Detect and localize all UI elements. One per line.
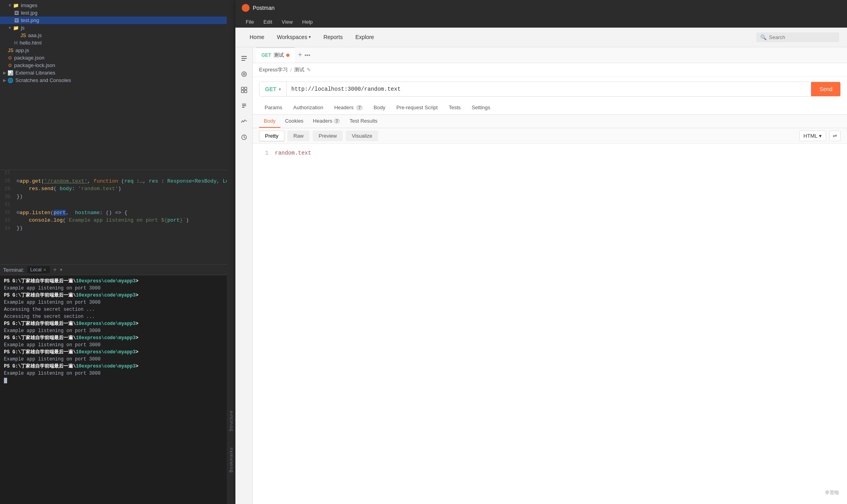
file-hello-html[interactable]: H hello.html <box>0 39 227 47</box>
format-pretty-button[interactable]: Pretty <box>259 131 284 141</box>
response-tabs: Body Cookies Headers 7 Test Results <box>253 115 847 128</box>
sidebar-icon-environments[interactable] <box>238 84 250 96</box>
side-labels: Structure Bookmarks <box>227 0 235 504</box>
language-label: HTML <box>804 133 817 139</box>
svg-point-0 <box>243 6 248 10</box>
breadcrumb-workspace: Express学习 <box>259 66 288 73</box>
res-tab-body[interactable]: Body <box>259 115 280 128</box>
req-tab-pre-request[interactable]: Pre-request Script <box>391 101 443 114</box>
format-preview-button[interactable]: Preview <box>313 131 343 141</box>
js-file-icon: JS <box>8 48 13 53</box>
postman-title: Postman <box>253 5 274 11</box>
res-tab-test-results[interactable]: Test Results <box>345 115 382 128</box>
svg-rect-1 <box>241 56 247 57</box>
file-package-json[interactable]: ⚙ package.json <box>0 54 227 62</box>
edit-icon[interactable]: ✎ <box>307 67 311 73</box>
svg-rect-8 <box>241 90 244 93</box>
req-tab-body[interactable]: Body <box>368 101 391 114</box>
format-visualize-button[interactable]: Visualize <box>346 131 378 141</box>
sidebar-icon-api[interactable] <box>238 68 250 80</box>
request-tabs: Params Authorization Headers 7 Body Pre-… <box>253 101 847 115</box>
terminal-add-button[interactable]: + <box>53 266 56 273</box>
menu-file[interactable]: File <box>242 17 258 26</box>
search-input[interactable] <box>769 34 835 40</box>
svg-rect-9 <box>244 90 247 93</box>
terminal-tab-local[interactable]: Local ✕ <box>27 266 50 273</box>
html-file-icon: H <box>14 40 18 46</box>
js-file-icon: JS <box>21 33 26 38</box>
req-tab-authorization[interactable]: Authorization <box>288 101 329 114</box>
postman-logo <box>242 4 250 12</box>
new-tab-button[interactable]: + <box>298 51 302 59</box>
folder-js[interactable]: ▼ 📁 js <box>0 24 227 32</box>
language-selector[interactable]: HTML ▾ <box>799 131 826 141</box>
send-button[interactable]: Send <box>811 82 840 96</box>
terminal-title: Terminal: <box>3 267 24 273</box>
postman-navbar: Home Workspaces ▾ Reports Explore 🔍 <box>235 28 847 47</box>
nav-reports[interactable]: Reports <box>317 28 349 47</box>
image-icon: 🖼 <box>14 10 19 16</box>
chevron-down-icon: ▾ <box>309 35 311 39</box>
file-test-png[interactable]: 🖼 test.png <box>0 17 227 24</box>
url-input[interactable] <box>287 82 812 96</box>
unsaved-dot <box>286 54 289 57</box>
chevron-down-icon: ▼ <box>8 26 12 30</box>
tab-actions: + ••• <box>298 51 310 59</box>
req-tab-tests[interactable]: Tests <box>443 101 466 114</box>
folder-images[interactable]: ▼ 📁 images <box>0 2 227 9</box>
menu-view[interactable]: View <box>278 17 297 26</box>
postman-main: GET 测试 + ••• Express学习 / 测试 ✎ GET <box>253 47 847 504</box>
res-tab-cookies[interactable]: Cookies <box>280 115 308 128</box>
folder-scratches[interactable]: ▶ 🌐 Scratches and Consoles <box>0 77 227 84</box>
file-test-jpg[interactable]: 🖼 test.jpg <box>0 9 227 17</box>
req-tab-settings[interactable]: Settings <box>466 101 496 114</box>
response-toolbar: Pretty Raw Preview Visualize HTML ▾ ⇌ <box>253 128 847 144</box>
folder-external-libraries[interactable]: ▶ 📊 External Libraries <box>0 69 227 77</box>
sidebar-icon-mock[interactable] <box>238 99 250 112</box>
format-raw-button[interactable]: Raw <box>287 131 310 141</box>
svg-rect-6 <box>241 87 244 90</box>
req-tab-headers[interactable]: Headers 7 <box>329 101 368 114</box>
chevron-down-icon: ▾ <box>279 87 281 91</box>
bookmarks-label: Bookmarks <box>229 447 233 472</box>
postman-content: GET 测试 + ••• Express学习 / 测试 ✎ GET <box>235 47 847 504</box>
sidebar-icon-history[interactable] <box>238 131 250 144</box>
svg-rect-2 <box>241 58 247 59</box>
more-tabs-button[interactable]: ••• <box>304 52 310 58</box>
url-bar: GET ▾ Send <box>259 82 841 97</box>
tab-label: 测试 <box>274 52 284 59</box>
chevron-down-icon: ▼ <box>8 3 12 7</box>
file-aaa-js[interactable]: JS aaa.js <box>0 32 227 39</box>
search-bar[interactable]: 🔍 <box>756 32 839 42</box>
nav-workspaces[interactable]: Workspaces ▾ <box>271 28 317 47</box>
res-tab-headers[interactable]: Headers 7 <box>308 115 345 128</box>
sidebar-icon-collection[interactable] <box>238 52 250 65</box>
line-number: 1 <box>259 149 269 157</box>
request-tab[interactable]: GET 测试 <box>256 47 295 63</box>
svg-rect-3 <box>241 60 245 61</box>
wrap-button[interactable]: ⇌ <box>829 131 841 141</box>
menu-help[interactable]: Help <box>298 17 317 26</box>
file-app-js[interactable]: JS app.js <box>0 47 227 54</box>
req-tab-params[interactable]: Params <box>259 101 288 114</box>
nav-explore[interactable]: Explore <box>349 28 380 47</box>
breadcrumb-separator: / <box>290 67 292 73</box>
chevron-right-icon: ▶ <box>3 71 6 75</box>
ide-panel: ▼ 📁 images 🖼 test.jpg 🖼 test.png ▼ 📁 js … <box>0 0 227 504</box>
method-selector[interactable]: GET ▾ <box>259 82 287 96</box>
terminal-body: PS G:\丁家雄自学前端最后一遍\10express\code\myapp3>… <box>0 275 227 504</box>
scratches-icon: 🌐 <box>7 78 13 83</box>
close-icon[interactable]: ✕ <box>43 267 47 273</box>
svg-rect-7 <box>244 87 247 90</box>
nav-home[interactable]: Home <box>243 28 271 47</box>
response-body: 1 random.text <box>253 144 847 504</box>
tab-method: GET <box>261 52 271 58</box>
file-package-lock-json[interactable]: ⚙ package-lock.json <box>0 62 227 69</box>
json-file-icon: ⚙ <box>8 63 12 68</box>
sidebar-icon-monitor[interactable] <box>238 115 250 128</box>
chevron-right-icon: ▶ <box>3 78 6 82</box>
menu-edit[interactable]: Edit <box>259 17 276 26</box>
chevron-down-icon[interactable]: ▾ <box>60 267 62 273</box>
structure-label: Structure <box>229 410 233 431</box>
postman-panel: Postman File Edit View Help Home Workspa… <box>235 0 847 504</box>
